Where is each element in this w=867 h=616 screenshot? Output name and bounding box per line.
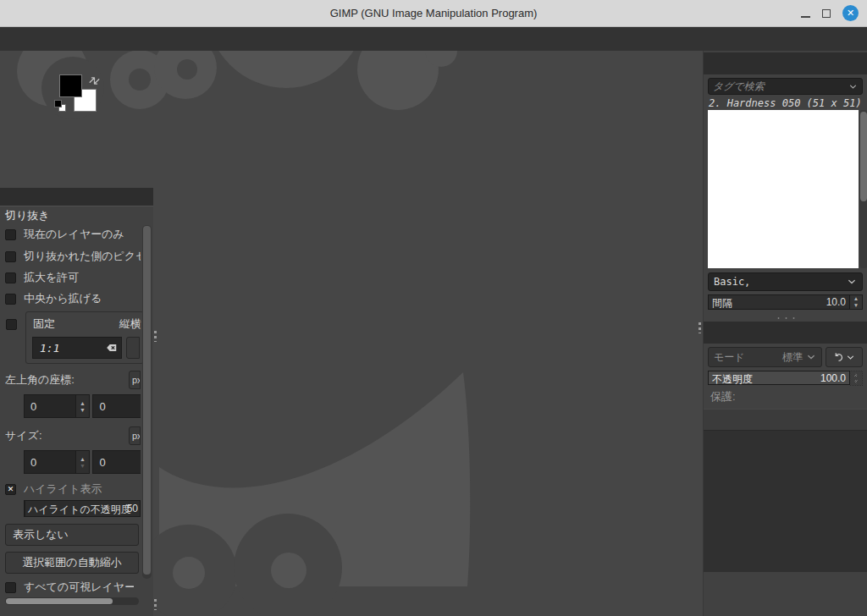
tool-options-vscrollbar[interactable] — [142, 225, 152, 579]
canvas-area[interactable] — [157, 51, 698, 616]
position-unit-button[interactable]: px — [129, 371, 141, 389]
layer-mode-dropdown[interactable]: モード 標準 — [708, 347, 822, 367]
layer-mode-reset-button[interactable] — [826, 347, 863, 367]
brushes-dock-tabs — [704, 52, 867, 74]
checkbox-current-layer-only[interactable]: 現在のレイヤーのみ — [5, 228, 141, 241]
separator-grip-icon — [154, 331, 157, 342]
brush-spacing-slider[interactable]: 間隔 10.0 — [708, 294, 850, 310]
size-label: サイズ: — [5, 428, 42, 443]
chevron-down-icon — [846, 353, 855, 362]
fixed-detail: 縦横 — [119, 316, 141, 332]
clear-icon[interactable] — [106, 342, 118, 354]
left-dock: 切り抜き 現在のレイヤーのみ 切り抜かれた側のピクセルの 拡大を許可 — [0, 51, 153, 616]
guides-dropdown[interactable]: 表示しない — [5, 524, 139, 546]
orientation-toggle-button[interactable] — [126, 337, 140, 359]
scrollbar-thumb[interactable] — [860, 112, 867, 201]
lock-label: 保護: — [710, 389, 736, 404]
tool-options-title: 切り抜き — [5, 208, 141, 223]
vscrollbar-thumb[interactable] — [143, 226, 151, 575]
left-dock-tabs — [0, 188, 153, 206]
maximize-button-icon[interactable] — [822, 9, 831, 18]
checkbox-shrink-merged[interactable]: すべての可視レイヤーを対象 — [5, 580, 134, 594]
selected-brush-label: 2. Hardness 050 (51 x 51) — [709, 97, 867, 108]
checkbox-delete-cropped-pixels[interactable]: 切り抜かれた側のピクセルの — [5, 250, 141, 263]
checkbox-icon — [5, 582, 16, 593]
panel-resize-grip-icon[interactable] — [775, 316, 797, 319]
brush-grid — [708, 110, 859, 268]
hscrollbar-thumb[interactable] — [6, 598, 113, 604]
tool-options-panel: 切り抜き 現在のレイヤーのみ 切り抜かれた側のピクセルの 拡大を許可 — [0, 206, 153, 616]
layers-dock-tabs — [704, 322, 867, 344]
chevron-down-icon — [806, 352, 816, 362]
size-height-input[interactable]: 0 — [92, 450, 141, 474]
checkbox-fixed[interactable] — [6, 317, 17, 331]
aspect-ratio-input[interactable]: 1:1 — [32, 337, 122, 359]
checkbox-checked-icon: ✕ — [5, 484, 16, 495]
autoshrink-button[interactable]: 選択範囲の自動縮小 — [5, 552, 139, 574]
reset-icon — [833, 352, 844, 363]
close-button[interactable]: ✕ — [842, 5, 859, 21]
toolbox — [0, 51, 153, 188]
separator-grip-icon — [154, 599, 157, 610]
size-width-spinner[interactable]: ▲▼ — [76, 450, 91, 474]
title-bar[interactable]: GIMP (GNU Image Manipulation Program) ✕ — [0, 0, 867, 27]
brush-grid-scrollbar[interactable] — [859, 110, 867, 268]
position-x-input[interactable]: 0 — [24, 394, 76, 418]
right-dock-separator[interactable] — [698, 51, 703, 616]
position-y-input[interactable]: 0 — [92, 394, 141, 418]
brush-search-field[interactable]: タグで検索 — [708, 78, 863, 95]
fixed-label: 固定 — [33, 316, 55, 332]
position-x-spinner[interactable]: ▲▼ — [76, 394, 91, 418]
chevron-down-icon — [847, 277, 857, 287]
swap-colors-icon[interactable] — [86, 72, 103, 90]
size-width-input[interactable]: 0 — [24, 450, 76, 474]
menu-bar — [0, 27, 867, 51]
opacity-spinner[interactable]: ▲▼ — [850, 371, 863, 386]
chevron-down-icon — [848, 82, 858, 91]
search-placeholder: タグで検索 — [713, 80, 848, 94]
checkbox-icon — [6, 319, 17, 330]
highlight-opacity-slider[interactable]: ハイライトの不透明度 50 — [24, 500, 141, 517]
minimize-button-icon[interactable] — [801, 16, 810, 18]
layer-opacity-slider[interactable]: 不透明度 100.0 — [708, 371, 850, 385]
foreground-color-swatch[interactable] — [59, 74, 82, 97]
checkbox-highlight[interactable]: ✕ ハイライト表示 — [5, 482, 141, 496]
checkbox-icon — [5, 294, 16, 305]
window-title: GIMP (GNU Image Manipulation Program) — [0, 7, 867, 19]
tool-options-hscrollbar[interactable] — [5, 597, 139, 605]
right-dock: タグで検索 2. Hardness 050 (51 x 51) Basic, — [703, 51, 867, 616]
fixed-aspect-group: 固定 縦横 1:1 — [25, 311, 144, 364]
checkbox-icon — [5, 251, 16, 262]
position-label: 左上角の座標: — [5, 372, 75, 388]
checkbox-icon — [5, 272, 16, 283]
checkbox-icon — [5, 229, 16, 240]
size-unit-button[interactable]: px — [129, 426, 141, 445]
checkbox-expand-from-center[interactable]: 中央から拡げる — [5, 292, 141, 305]
layer-list[interactable] — [704, 431, 867, 572]
gimp-window: GIMP (GNU Image Manipulation Program) ✕ — [0, 0, 867, 616]
brush-set-dropdown[interactable]: Basic, — [708, 272, 863, 291]
layer-list-header — [704, 409, 867, 431]
checkbox-allow-growing[interactable]: 拡大を許可 — [5, 271, 141, 284]
color-area — [0, 73, 153, 117]
separator-grip-icon — [699, 322, 701, 333]
default-colors-icon[interactable] — [54, 100, 66, 112]
spacing-spinner[interactable]: ▲▼ — [850, 294, 863, 310]
